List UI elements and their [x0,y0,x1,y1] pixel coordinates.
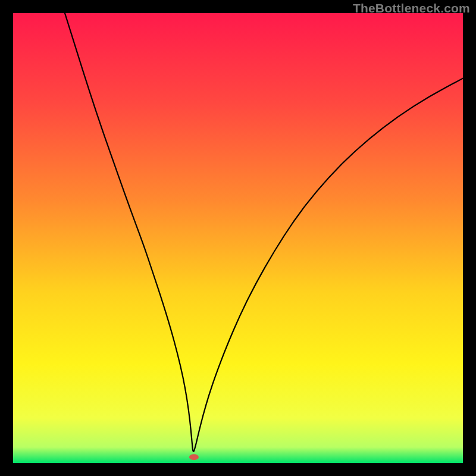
plot-area [13,13,463,463]
watermark-text: TheBottleneck.com [353,1,470,15]
chart-frame: TheBottleneck.com [0,0,476,476]
min-marker [189,454,199,460]
gradient-background [13,13,463,463]
chart-svg [13,13,463,463]
